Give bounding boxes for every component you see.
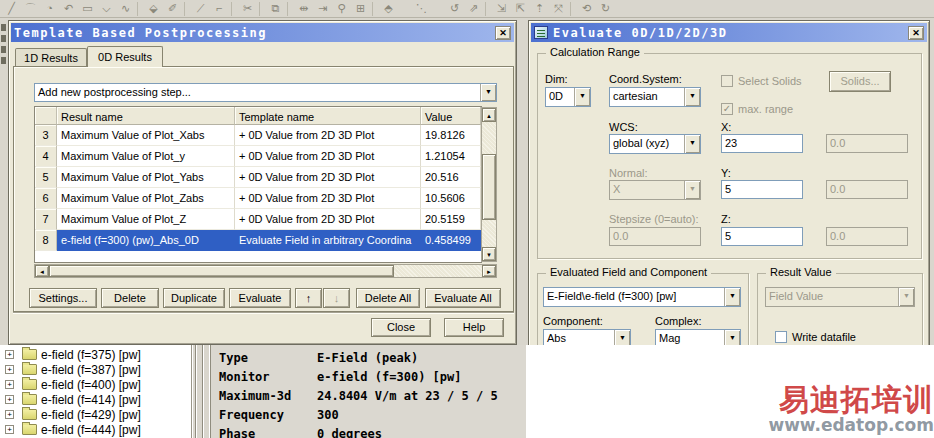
delete-button[interactable]: Delete	[101, 288, 159, 308]
tab-0d-results[interactable]: 0D Results	[87, 46, 163, 67]
z-input[interactable]: 5	[721, 227, 803, 246]
wcs-point-icon[interactable]: ⇡	[531, 1, 548, 16]
add-step-combobox[interactable]: Add new postprocessing step... ▼	[34, 83, 497, 102]
write-datafile-checkbox[interactable]: Write datafile	[775, 331, 856, 343]
dim-select[interactable]: 0D ▼	[545, 87, 591, 107]
line-icon[interactable]: ╱	[3, 1, 20, 16]
scroll-left-icon[interactable]: ◄	[35, 265, 49, 277]
chevron-down-icon[interactable]: ▼	[684, 135, 700, 153]
tree-item[interactable]: +e-field (f=400) [pw]	[0, 377, 191, 392]
mirror-icon[interactable]: ⇹	[295, 1, 312, 16]
spline-icon[interactable]: ∿	[117, 1, 134, 16]
translate-icon[interactable]: ⇥	[314, 1, 331, 16]
result-name-cell[interactable]: e-field (f=300) (pw)_Abs_0D	[57, 230, 235, 251]
wcs-select[interactable]: global (xyz) ▼	[609, 134, 701, 154]
table-vertical-scrollbar[interactable]: ▲ ▼	[481, 107, 497, 262]
value-cell[interactable]: 19.8126	[421, 125, 481, 146]
delete-all-button[interactable]: Delete All	[356, 288, 420, 308]
column-header[interactable]: Value	[421, 107, 481, 125]
rectangle-icon[interactable]: ▭	[79, 1, 96, 16]
tree-item[interactable]: +e-field (f=429) [pw]	[0, 407, 191, 422]
expand-plus-icon[interactable]: +	[5, 350, 14, 359]
evaluate-button[interactable]: Evaluate	[229, 288, 291, 308]
chamfer-icon[interactable]: ⟋	[192, 1, 209, 16]
table-row[interactable]: 5Maximum Value of Plot_Yabs+ 0D Value fr…	[35, 167, 481, 188]
rotate-icon[interactable]: ↺	[446, 1, 463, 16]
tree-item[interactable]: +e-field (f=387) [pw]	[0, 362, 191, 377]
extrude-icon[interactable]: ⬙	[145, 1, 162, 16]
dialog-titlebar[interactable]: Evaluate 0D/1D/2D/3D ✕	[531, 23, 927, 42]
result-name-cell[interactable]: Maximum Value of Plot_y	[57, 146, 235, 167]
boolean-icon[interactable]: ⧉	[267, 1, 284, 16]
field-select[interactable]: E-Field\e-field (f=300) [pw] ▼	[543, 287, 741, 307]
scroll-down-icon[interactable]: ▼	[482, 247, 496, 261]
value-cell[interactable]: 10.5606	[421, 188, 481, 209]
expand-plus-icon[interactable]: +	[5, 395, 14, 404]
workplane-icon[interactable]: ⊞	[352, 1, 369, 16]
settings-button[interactable]: Settings...	[29, 288, 97, 308]
tree-item[interactable]: +e-field (f=444) [pw]	[0, 422, 191, 437]
template-name-cell[interactable]: + 0D Value from 2D 3D Plot	[235, 146, 421, 167]
table-row[interactable]: 6Maximum Value of Plot_Zabs+ 0D Value fr…	[35, 188, 481, 209]
curve-icon[interactable]: ↶	[60, 1, 77, 16]
material-icon[interactable]: ⬘	[380, 1, 397, 16]
pick-icon[interactable]: ⚲	[333, 1, 350, 16]
trim-icon[interactable]: ✂	[239, 1, 256, 16]
result-name-cell[interactable]: Maximum Value of Plot_Yabs	[57, 167, 235, 188]
value-cell[interactable]: 1.21054	[421, 146, 481, 167]
move-up-button[interactable]: ↑	[295, 288, 322, 308]
expand-plus-icon[interactable]: +	[5, 380, 14, 389]
duplicate-button[interactable]: Duplicate	[163, 288, 225, 308]
result-name-cell[interactable]: Maximum Value of Plot_Xabs	[57, 125, 235, 146]
hscroll-thumb[interactable]	[49, 265, 394, 277]
tree-item-label[interactable]: e-field (f=444) [pw]	[41, 423, 141, 437]
checkbox-icon[interactable]	[775, 331, 787, 343]
close-button[interactable]: Close	[371, 318, 431, 337]
value-cell[interactable]: 0.458499	[421, 230, 481, 251]
help-button[interactable]: Help	[444, 318, 504, 337]
fillet-icon[interactable]: ⌐	[211, 1, 228, 16]
x-input[interactable]: 23	[721, 134, 803, 153]
result-name-cell[interactable]: Maximum Value of Plot_Zabs	[57, 188, 235, 209]
wcs-undo-icon[interactable]: ⟲	[578, 1, 595, 16]
value-cell[interactable]: 20.5159	[421, 209, 481, 230]
chevron-down-icon[interactable]: ▼	[574, 88, 590, 106]
tree-item[interactable]: +e-field (f=375) [pw]	[0, 347, 191, 362]
wcs-points-icon[interactable]: ⤧	[550, 1, 567, 16]
pencil-icon[interactable]: ✐	[164, 1, 181, 16]
dialog-titlebar[interactable]: Template Based Postprocessing ✕	[11, 23, 514, 42]
axes-dotted-icon[interactable]: ⋱	[413, 1, 430, 16]
chevron-down-icon[interactable]: ▼	[684, 88, 700, 106]
evaluate-all-button[interactable]: Evaluate All	[425, 288, 501, 308]
table-horizontal-scrollbar[interactable]: ◄ ►	[34, 264, 497, 278]
circle-icon[interactable]: ◔	[41, 1, 58, 16]
arc-icon[interactable]: ⌒	[22, 1, 39, 16]
template-name-cell[interactable]: + 0D Value from 2D 3D Plot	[235, 209, 421, 230]
column-header[interactable]: Result name	[57, 107, 235, 125]
tab-1d-results[interactable]: 1D Results	[15, 48, 87, 67]
close-icon[interactable]: ✕	[495, 26, 511, 40]
polyline-icon[interactable]: ⌵	[98, 1, 115, 16]
template-name-cell[interactable]: Evaluate Field in arbitrary Coordina	[235, 230, 421, 251]
tree-item[interactable]: +e-field (f=414) [pw]	[0, 392, 191, 407]
scroll-right-icon[interactable]: ►	[482, 265, 496, 277]
chevron-down-icon[interactable]: ▼	[724, 288, 740, 306]
anchor-icon[interactable]: ↻	[597, 1, 614, 16]
column-header[interactable]	[35, 107, 57, 125]
vscroll-thumb[interactable]	[482, 154, 496, 220]
value-cell[interactable]: 20.516	[421, 167, 481, 188]
template-name-cell[interactable]: + 0D Value from 2D 3D Plot	[235, 125, 421, 146]
close-icon[interactable]: ✕	[908, 26, 924, 40]
table-row[interactable]: 4Maximum Value of Plot_y+ 0D Value from …	[35, 146, 481, 167]
table-row[interactable]: 7Maximum Value of Plot_Z+ 0D Value from …	[35, 209, 481, 230]
coord-system-select[interactable]: cartesian ▼	[609, 87, 701, 107]
tree-item-label[interactable]: e-field (f=429) [pw]	[41, 408, 141, 422]
template-name-cell[interactable]: + 0D Value from 2D 3D Plot	[235, 188, 421, 209]
template-name-cell[interactable]: + 0D Value from 2D 3D Plot	[235, 167, 421, 188]
y-input[interactable]: 5	[721, 180, 803, 199]
column-header[interactable]: Template name	[235, 107, 421, 125]
scroll-up-icon[interactable]: ▲	[482, 108, 496, 122]
result-name-cell[interactable]: Maximum Value of Plot_Z	[57, 209, 235, 230]
expand-plus-icon[interactable]: +	[5, 365, 14, 374]
expand-plus-icon[interactable]: +	[5, 410, 14, 419]
